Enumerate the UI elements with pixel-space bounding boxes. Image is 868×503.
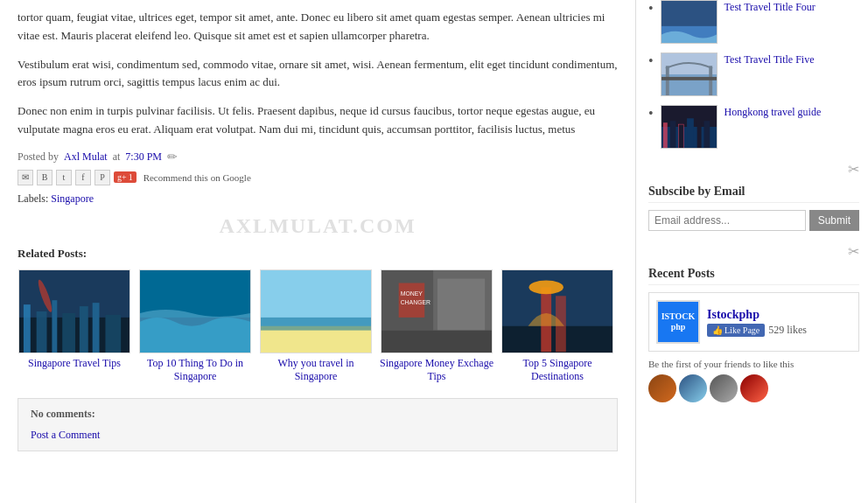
- gplus-icon: g+: [117, 172, 127, 182]
- svg-rect-14: [261, 318, 371, 331]
- facebook-logo: ISTOCKphp: [656, 300, 700, 344]
- submit-button[interactable]: Submit: [809, 210, 859, 231]
- fb-avatar-1: [648, 374, 676, 402]
- svg-rect-31: [665, 66, 668, 95]
- related-post-item: Why you travel in Singapore: [259, 269, 373, 384]
- label-link-singapore[interactable]: Singapore: [51, 192, 94, 205]
- blog-thumb-0[interactable]: [661, 0, 718, 44]
- related-post-title-0[interactable]: Singapore Travel Tips: [28, 357, 121, 371]
- related-posts-grid: Singapore Travel Tips Top 10 Thing To Do…: [18, 269, 618, 384]
- fb-thumb-icon: 👍: [712, 325, 723, 335]
- blog-thumb-1[interactable]: [661, 52, 718, 96]
- related-post-title-3[interactable]: Singapore Money Exchage Tips: [380, 357, 494, 384]
- paragraph-1: tortor quam, feugiat vitae, ultrices ege…: [18, 9, 618, 45]
- related-thumb-1[interactable]: [139, 269, 251, 353]
- scissor-divider-2: ✂: [648, 243, 859, 260]
- share-buttons: ✉ B t f P g+ 1 Recommend this on Google: [18, 170, 618, 185]
- related-thumb-4[interactable]: [501, 269, 613, 353]
- blog-thumb-2[interactable]: [661, 105, 718, 149]
- paragraph-2: Vestibulum erat wisi, condimentum sed, c…: [18, 56, 618, 93]
- related-post-item: Top 10 Thing To Do in Singapore: [138, 269, 252, 384]
- svg-rect-32: [709, 66, 712, 95]
- edit-icon[interactable]: ✏: [167, 150, 178, 164]
- email-input[interactable]: [648, 210, 806, 231]
- svg-rect-33: [662, 77, 717, 80]
- page-layout: tortor quam, feugiat vitae, ultrices ege…: [0, 0, 868, 503]
- svg-rect-41: [704, 121, 710, 148]
- fb-page-name[interactable]: Istockphp: [707, 308, 851, 322]
- svg-rect-8: [105, 315, 121, 353]
- fb-avatars: [648, 374, 859, 402]
- svg-text:MONEY: MONEY: [401, 290, 424, 297]
- facebook-share-button[interactable]: f: [75, 170, 91, 185]
- fb-info: Istockphp 👍 Like Page 529 likes: [707, 308, 851, 337]
- blog-item-link-1[interactable]: Test Travel Title Five: [724, 52, 815, 67]
- fb-like-row: 👍 Like Page 529 likes: [707, 324, 851, 337]
- email-share-button[interactable]: ✉: [18, 170, 33, 185]
- fb-avatar-3: [710, 374, 738, 402]
- paragraph-3: Donec non enim in turpis pulvinar facili…: [18, 102, 618, 139]
- svg-point-26: [529, 280, 564, 294]
- related-post-title-2[interactable]: Why you travel in Singapore: [259, 357, 373, 384]
- subscribe-form: Submit: [648, 210, 859, 231]
- recent-posts-heading: Recent Posts: [648, 267, 859, 285]
- comments-section: No comments: Post a Comment: [18, 398, 618, 451]
- svg-rect-2: [24, 304, 31, 353]
- fb-logo-text: ISTOCKphp: [662, 311, 696, 332]
- blog-list-item-0: • Test Travel Title Four: [648, 0, 859, 44]
- blog-item-link-0[interactable]: Test Travel Title Four: [724, 0, 816, 15]
- recommend-text: Recommend this on Google: [144, 172, 251, 183]
- related-thumb-2[interactable]: [260, 269, 372, 353]
- svg-rect-37: [669, 121, 676, 148]
- pinterest-share-button[interactable]: P: [94, 170, 110, 185]
- time-link[interactable]: 7:30 PM: [125, 150, 162, 164]
- no-comments: No comments:: [31, 408, 605, 421]
- blog-list-section: • Test Travel Title Four • Test Travel T…: [648, 0, 859, 149]
- bullet-1: •: [648, 54, 654, 68]
- svg-rect-3: [37, 311, 47, 353]
- fb-like-label: Like Page: [724, 325, 760, 335]
- svg-rect-40: [696, 122, 701, 148]
- main-content: tortor quam, feugiat vitae, ultrices ege…: [0, 0, 636, 503]
- at-label: at: [113, 150, 121, 164]
- related-post-item: Top 5 Singapore Destinations: [500, 269, 614, 384]
- related-thumb-0[interactable]: [18, 269, 130, 353]
- related-thumb-3[interactable]: MONEYCHANGER: [381, 269, 493, 353]
- scissor-divider-1: ✂: [648, 161, 859, 178]
- related-post-title-1[interactable]: Top 10 Thing To Do in Singapore: [138, 357, 252, 384]
- svg-text:CHANGER: CHANGER: [401, 299, 430, 305]
- fb-friends-text: Be the first of your friends to like thi…: [648, 359, 859, 369]
- svg-rect-18: [382, 330, 492, 353]
- gplus-label: 1: [129, 172, 133, 182]
- related-post-title-4[interactable]: Top 5 Singapore Destinations: [500, 357, 614, 384]
- blog-item-link-2[interactable]: Hongkong travel guide: [724, 105, 822, 120]
- blog-list-item-2: • Hongkong travel guide: [648, 105, 859, 149]
- svg-rect-7: [93, 303, 100, 353]
- fb-avatar-2: [679, 374, 707, 402]
- article-body: tortor quam, feugiat vitae, ultrices ege…: [18, 9, 618, 139]
- posted-by-label: Posted by: [18, 150, 59, 164]
- post-comment-link[interactable]: Post a Comment: [31, 429, 100, 441]
- labels-label: Labels:: [18, 192, 48, 205]
- related-post-item: MONEYCHANGER Singapore Money Exchage Tip…: [380, 269, 494, 384]
- svg-rect-36: [663, 122, 668, 148]
- related-posts-heading: Related Posts:: [18, 247, 618, 261]
- labels-line: Labels: Singapore: [18, 192, 618, 206]
- twitter-share-button[interactable]: t: [56, 170, 72, 185]
- gplus-button[interactable]: g+ 1: [114, 171, 136, 183]
- bullet-2: •: [648, 107, 654, 121]
- blogthis-button[interactable]: B: [37, 170, 52, 185]
- fb-avatar-4: [740, 374, 768, 402]
- subscribe-section: Subscibe by Email Submit: [648, 185, 859, 231]
- recent-posts-section: Recent Posts ISTOCKphp Istockphp 👍 Like …: [648, 267, 859, 402]
- author-link[interactable]: Axl Mulat: [64, 150, 108, 164]
- fb-likes-count: 529 likes: [768, 324, 807, 337]
- related-post-item: Singapore Travel Tips: [18, 269, 131, 384]
- svg-rect-4: [52, 300, 57, 353]
- facebook-widget: ISTOCKphp Istockphp 👍 Like Page 529 like…: [648, 292, 859, 352]
- svg-rect-17: [438, 278, 485, 330]
- sidebar: • Test Travel Title Four • Test Travel T…: [636, 0, 868, 503]
- fb-like-button[interactable]: 👍 Like Page: [707, 324, 765, 337]
- bullet-0: •: [648, 2, 654, 16]
- svg-rect-6: [80, 306, 88, 353]
